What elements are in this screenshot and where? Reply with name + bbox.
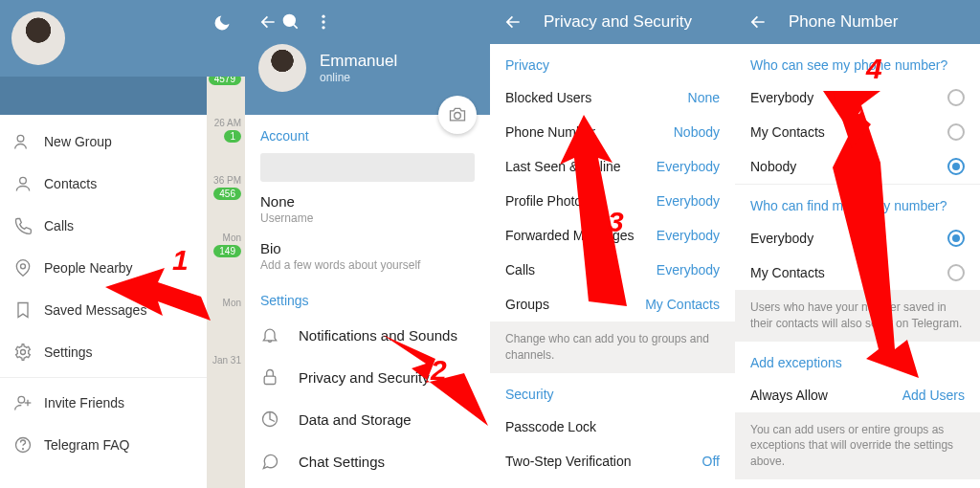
header-bar: Phone Number <box>735 0 980 44</box>
menu-label: New Group <box>44 134 112 149</box>
row-passcode[interactable]: Passcode Lock <box>490 410 735 444</box>
svg-point-3 <box>20 177 27 184</box>
opt-find-contacts[interactable]: My Contacts <box>735 255 980 290</box>
exceptions-hint: You can add users or entire groups as ex… <box>735 412 980 479</box>
svg-point-11 <box>284 15 296 27</box>
row-always-allow[interactable]: Always AllowAdd Users <box>735 378 980 412</box>
opt-see-everybody[interactable]: Everybody <box>735 80 980 115</box>
opt-see-contacts[interactable]: My Contacts <box>735 115 980 149</box>
avatar[interactable] <box>11 11 65 65</box>
menu-label: Telegram FAQ <box>44 437 129 453</box>
svg-line-12 <box>294 25 298 29</box>
privacy-header: Privacy <box>490 44 735 80</box>
menu-label: Invite Friends <box>44 395 124 410</box>
row-last-seen[interactable]: Last Seen & OnlineEverybody <box>490 149 735 184</box>
back-icon[interactable] <box>501 11 524 33</box>
radio-icon <box>947 158 965 175</box>
svg-point-13 <box>322 15 324 18</box>
radio-icon <box>947 264 965 281</box>
settings-header-label: Settings <box>245 279 490 314</box>
settings-data[interactable]: Data and Storage <box>245 398 490 440</box>
drawer-header <box>0 0 245 77</box>
privacy-hint: Change who can add you to groups and cha… <box>490 322 735 373</box>
radio-icon <box>947 123 965 141</box>
settings-chat[interactable]: Chat Settings <box>245 440 490 482</box>
opt-see-nobody[interactable]: Nobody <box>735 149 980 184</box>
panel-settings: Emmanuel online Account None Username Bi… <box>245 0 490 488</box>
who-see-header: Who can see my phone number? <box>735 44 980 80</box>
menu-label: People Nearby <box>44 260 133 276</box>
night-mode-icon[interactable] <box>211 11 234 34</box>
exceptions-header: Add exceptions <box>735 342 980 378</box>
page-title: Phone Number <box>789 12 898 32</box>
back-icon[interactable] <box>256 11 279 33</box>
profile-status: online <box>320 71 397 84</box>
row-forwarded[interactable]: Forwarded MessagesEverybody <box>490 218 735 253</box>
profile-name: Emmanuel <box>320 52 397 71</box>
svg-point-6 <box>18 396 25 403</box>
panel-drawer: 23 AM4579 26 AM1 36 PM456 Mon149 Mon Jan… <box>0 0 245 488</box>
panel-phone-number: Phone Number Who can see my phone number… <box>735 0 980 488</box>
header-bar: Privacy and Security <box>490 0 735 44</box>
avatar[interactable] <box>258 44 306 92</box>
svg-point-16 <box>455 113 461 120</box>
svg-point-4 <box>21 264 26 269</box>
menu-label: Saved Messages <box>44 302 146 318</box>
row-groups[interactable]: GroupsMy Contacts <box>490 287 735 322</box>
row-phone-number[interactable]: Phone NumberNobody <box>490 115 735 149</box>
find-hint: Users who have your number saved in thei… <box>735 290 980 342</box>
username-row[interactable]: None Username <box>245 186 490 233</box>
chat-list-bg: 23 AM4579 26 AM1 36 PM456 Mon149 Mon Jan… <box>207 44 245 488</box>
settings-header: Emmanuel online <box>245 0 490 115</box>
row-blocked-users[interactable]: Blocked UsersNone <box>490 80 735 115</box>
row-two-step[interactable]: Two-Step VerificationOff <box>490 444 735 478</box>
svg-point-2 <box>17 135 24 142</box>
phone-placeholder <box>260 153 475 182</box>
opt-find-everybody[interactable]: Everybody <box>735 221 980 255</box>
page-title: Privacy and Security <box>544 12 692 32</box>
svg-point-5 <box>21 350 26 355</box>
svg-point-10 <box>23 449 24 450</box>
radio-icon <box>947 230 965 247</box>
row-calls[interactable]: CallsEverybody <box>490 253 735 287</box>
security-header: Security <box>490 373 735 410</box>
radio-icon <box>947 89 965 106</box>
svg-point-14 <box>322 20 324 23</box>
svg-rect-17 <box>264 376 276 384</box>
menu-label: Settings <box>44 344 93 360</box>
who-find-header: Who can find me by my number? <box>735 185 980 221</box>
camera-fab[interactable] <box>438 96 477 134</box>
back-icon[interactable] <box>746 11 769 33</box>
row-active-sessions[interactable]: Active Sessions <box>490 478 735 488</box>
row-profile-photos[interactable]: Profile PhotosEverybody <box>490 184 735 218</box>
menu-label: Contacts <box>44 176 97 191</box>
settings-notifications[interactable]: Notifications and Sounds <box>245 314 490 356</box>
settings-privacy[interactable]: Privacy and Security <box>245 356 490 398</box>
menu-label: Calls <box>44 218 74 233</box>
more-icon[interactable] <box>312 11 335 33</box>
bio-row[interactable]: Bio Add a few words about yourself <box>245 233 490 279</box>
panel-privacy-security: Privacy and Security Privacy Blocked Use… <box>490 0 735 488</box>
svg-point-15 <box>322 26 324 29</box>
settings-folders[interactable]: Folders <box>245 482 490 488</box>
search-icon[interactable] <box>279 11 302 33</box>
